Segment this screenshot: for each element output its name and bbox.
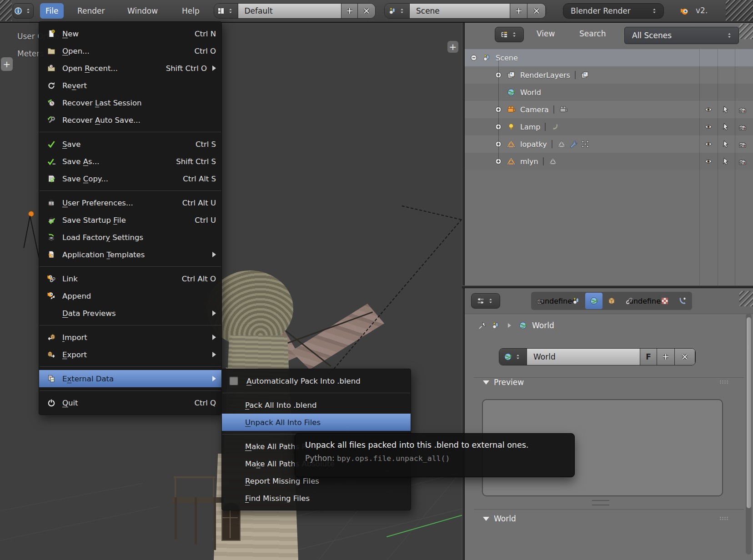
menu-item-save[interactable]: SaveCtrl S [39,135,221,153]
unlink-datablock-button[interactable] [675,349,695,365]
pin-icon[interactable] [477,321,487,330]
visibility-eye-icon[interactable] [704,140,713,149]
tab-world[interactable] [585,293,602,309]
tab-scene[interactable] [567,293,585,309]
area-splitter-vertical[interactable] [462,22,465,560]
menu-item-external-data[interactable]: External Data [39,370,221,387]
corner-grip[interactable] [726,0,753,21]
area-splitter-horizontal[interactable] [462,285,753,288]
add-scene-button[interactable] [510,4,527,18]
tab-data[interactable]: undefined [638,293,656,309]
outliner-row-lamp[interactable]: Lamp [465,118,753,135]
corner-grip[interactable] [739,291,753,306]
menu-item-new[interactable]: NewCtrl N [39,25,221,42]
close-icon [680,352,689,361]
scrollbar-thumb[interactable] [747,317,751,508]
folder-icon [46,46,56,55]
properties-scrollbar[interactable] [746,314,752,555]
outliner-row-scene[interactable]: Scene [465,49,753,66]
menu-item-quit[interactable]: QuitCtrl Q [39,394,221,411]
selectable-cursor-icon[interactable] [721,140,730,149]
menu-item-recover-last-session[interactable]: Recover Last Session [39,94,221,111]
editor-type-selector[interactable] [13,3,34,19]
renderable-camera-icon[interactable] [738,157,747,166]
region-expand-button[interactable]: + [1,57,13,71]
menubar-window[interactable]: Window [122,3,163,19]
menu-item-open[interactable]: Open...Ctrl O [39,42,221,60]
menu-item-link[interactable]: LinkCtrl Alt O [39,270,221,287]
menu-item-pack-all-into-blend[interactable]: Pack All Into .blend [222,396,411,414]
scene-name-field[interactable]: Scene [410,4,510,18]
selectable-cursor-icon[interactable] [721,105,730,114]
menu-item-find-missing-files[interactable]: Find Missing Files [222,490,411,507]
add-datablock-button[interactable] [657,349,675,365]
render-engine-selector[interactable]: Blender Render [563,3,664,19]
browse-screen-button[interactable] [214,4,238,18]
menu-item-save-startup-file[interactable]: Save Startup FileCtrl U [39,211,221,229]
add-screen-button[interactable] [341,4,358,18]
outliner-view-menu[interactable]: View [537,29,555,38]
outliner-row-lopatky[interactable]: lopatky [465,135,753,153]
outliner-search-menu[interactable]: Search [579,29,606,38]
menu-item-import[interactable]: Import [39,329,221,346]
updown-arrows-icon [510,30,519,39]
tab-physics[interactable] [674,293,691,309]
tab-render-layers[interactable]: undefined [550,293,567,309]
menubar-file[interactable]: File [40,3,64,19]
editor-type-selector[interactable] [471,293,500,309]
fake-user-button[interactable]: F [640,349,657,365]
menubar-render[interactable]: Render [72,3,110,19]
tab-texture[interactable] [656,293,673,309]
renderable-camera-icon[interactable] [738,122,747,131]
tooltip-python: Python: bpy.ops.file.unpack_all() [305,454,564,463]
outliner-display-filter[interactable]: All Scenes [624,27,739,44]
browse-scene-button[interactable] [385,4,410,18]
menu-item-automatically-pack-into-blend[interactable]: Automatically Pack Into .blend [222,372,411,390]
menu-item-save-copy[interactable]: Save Copy...Ctrl Alt S [39,170,221,187]
panel-drag-dots[interactable] [719,516,728,520]
collapse-icon[interactable] [469,53,478,62]
selectable-cursor-icon[interactable] [721,122,730,131]
armature-point[interactable] [28,211,34,217]
menu-item-append[interactable]: Append [39,287,221,305]
menu-item-recover-auto-save[interactable]: Recover Auto Save... [39,111,221,129]
renderable-camera-icon[interactable] [738,105,747,114]
menu-item-label: Revert [62,81,216,90]
panel-drag-dots[interactable] [719,380,728,384]
menu-item-open-recent[interactable]: Open Recent...Shift Ctrl O [39,60,221,77]
datablock-name-field[interactable]: World [527,349,640,365]
outliner-row-camera[interactable]: Camera [465,101,753,118]
menu-item-export[interactable]: Export [39,346,221,363]
outliner-row-renderlayers[interactable]: RenderLayers [465,66,753,84]
visibility-eye-icon[interactable] [704,122,713,131]
menu-item-revert[interactable]: Revert [39,77,221,94]
selectable-cursor-icon[interactable] [721,157,730,166]
tab-object[interactable] [603,293,620,309]
preview-resize-handle[interactable] [592,500,609,505]
corner-grip[interactable] [0,0,12,21]
menu-item-unpack-all-into-files[interactable]: Unpack All Into Files [222,414,411,431]
menu-item-user-preferences[interactable]: User Preferences...Ctrl Alt U [39,194,221,211]
menu-item-shortcut: Ctrl Alt U [182,199,216,207]
screen-name-field[interactable]: Default [238,4,341,18]
region-expand-button[interactable]: + [447,41,458,53]
delete-scene-button[interactable] [527,4,545,18]
checkbox-unchecked[interactable] [229,376,238,385]
preview-panel-header[interactable]: Preview [483,375,524,389]
menubar-help[interactable]: Help [176,3,205,19]
renderable-camera-icon[interactable] [738,140,747,149]
world-panel-header[interactable]: World [483,512,516,525]
visibility-eye-icon[interactable] [704,105,713,114]
delete-screen-button[interactable] [358,4,375,18]
corner-grip[interactable] [739,24,753,39]
outliner-row-world[interactable]: World [465,84,753,101]
editor-type-selector[interactable] [495,27,524,42]
browse-world-button[interactable] [499,349,527,365]
menu-item-application-templates[interactable]: Application Templates [39,246,221,263]
menu-item-save-as[interactable]: Save As...Shift Ctrl S [39,153,221,170]
visibility-eye-icon[interactable] [704,157,713,166]
menu-item-load-factory-settings[interactable]: Load Factory Settings [39,229,221,246]
menu-item-data-previews[interactable]: Data Previews [39,305,221,322]
armature-line [24,216,30,248]
outliner-row-mlyn[interactable]: mlyn [465,153,753,170]
